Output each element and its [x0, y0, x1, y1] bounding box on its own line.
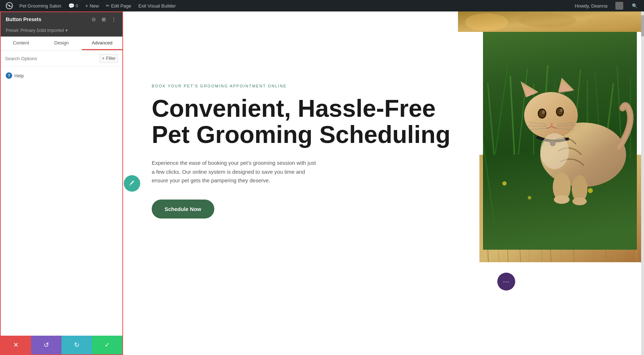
svg-point-3 — [465, 13, 508, 31]
panel-header: Button Presets ⊙ ⊞ ⋮ — [1, 12, 122, 27]
user-avatar[interactable] — [612, 0, 627, 11]
site-name[interactable]: Pet Grooming Salon — [16, 0, 65, 11]
avatar-image — [615, 2, 623, 10]
filter-plus-icon: + — [102, 56, 104, 61]
svg-point-5 — [587, 14, 637, 30]
hero-section: BOOK YOUR PET'S GROOMING APPOINTMENT ONL… — [123, 11, 644, 262]
svg-point-24 — [588, 188, 593, 193]
svg-point-35 — [539, 110, 545, 117]
new-content-button[interactable]: + New — [82, 0, 102, 11]
redo-icon: ↻ — [74, 341, 79, 349]
user-greeting[interactable]: Howdy, Deanna — [572, 0, 610, 11]
preset-dropdown-icon: ▾ — [65, 28, 68, 33]
exit-visual-builder-button[interactable]: Exit Visual Builder — [135, 0, 180, 11]
schedule-now-button[interactable]: Schedule Now — [152, 200, 214, 219]
panel-tabs: Content Design Advanced — [1, 37, 122, 51]
admin-bar: Pet Grooming Salon 💬 0 + New ✏ Edit Page… — [0, 0, 644, 11]
search-button[interactable]: 🔍 — [628, 0, 641, 11]
floating-action-button[interactable]: ··· — [497, 273, 515, 291]
panel-bottom-bar: ✕ ↺ ↻ ✓ — [1, 336, 122, 354]
tab-advanced[interactable]: Advanced — [82, 37, 122, 50]
svg-point-22 — [502, 181, 507, 186]
help-link[interactable]: ? Help — [1, 67, 122, 85]
wp-logo[interactable] — [3, 0, 16, 11]
hero-left-column: BOOK YOUR PET'S GROOMING APPOINTMENT ONL… — [123, 11, 479, 262]
help-icon: ? — [6, 72, 12, 79]
search-options-input[interactable] — [5, 56, 97, 61]
svg-point-26 — [524, 92, 578, 139]
cancel-button[interactable]: ✕ — [1, 336, 31, 354]
redo-button[interactable]: ↻ — [62, 336, 92, 354]
hero-title: Convenient, Hassle-Free Pet Grooming Sch… — [152, 95, 458, 148]
button-presets-panel: Button Presets ⊙ ⊞ ⋮ Preset: Primary Sol… — [0, 11, 123, 355]
svg-point-23 — [528, 196, 531, 200]
page-scrollbar[interactable] — [641, 11, 644, 355]
more-options-icon[interactable]: ⋮ — [110, 16, 117, 23]
svg-point-49 — [572, 197, 587, 205]
hero-subtitle: BOOK YOUR PET'S GROOMING APPOINTMENT ONL… — [152, 84, 458, 88]
edit-page-link[interactable]: ✏ Edit Page — [102, 0, 135, 11]
page-background: BOOK YOUR PET'S GROOMING APPOINTMENT ONL… — [123, 11, 644, 355]
main-content-area: BOOK YOUR PET'S GROOMING APPOINTMENT ONL… — [123, 11, 644, 355]
svg-point-4 — [519, 13, 576, 28]
dots-icon: ··· — [503, 278, 509, 286]
svg-point-1 — [9, 5, 10, 6]
options-search: + Filter — [1, 51, 122, 67]
columns-icon[interactable]: ⊞ — [100, 16, 107, 23]
tab-design[interactable]: Design — [41, 37, 82, 50]
panel-header-icons: ⊙ ⊞ ⋮ — [90, 16, 117, 23]
svg-point-48 — [554, 195, 570, 204]
svg-point-36 — [557, 108, 563, 115]
preset-label: Preset: Primary Solid imported — [6, 28, 64, 33]
cancel-icon: ✕ — [13, 341, 19, 349]
admin-bar-right: Howdy, Deanna 🔍 — [572, 0, 641, 11]
save-icon: ✓ — [104, 341, 110, 349]
scrollbar-thumb[interactable] — [641, 15, 644, 37]
top-image-strip — [458, 11, 644, 32]
hero-right-column — [479, 11, 644, 262]
save-button[interactable]: ✓ — [92, 336, 122, 354]
plus-icon: + — [85, 3, 88, 9]
filter-button[interactable]: + Filter — [99, 54, 118, 63]
undo-button[interactable]: ↺ — [31, 336, 62, 354]
hero-description: Experience the ease of booking your pet'… — [152, 159, 316, 185]
search-icon: 🔍 — [632, 3, 638, 9]
preset-selector[interactable]: Preset: Primary Solid imported ▾ — [1, 27, 122, 37]
comment-icon: 💬 — [68, 3, 74, 9]
undo-icon: ↺ — [44, 341, 49, 349]
divi-handle-icon[interactable] — [124, 175, 140, 192]
svg-point-50 — [540, 133, 569, 169]
focus-icon[interactable]: ⊙ — [90, 16, 97, 23]
comments-link[interactable]: 💬 0 — [65, 0, 82, 11]
panel-title: Button Presets — [6, 16, 42, 22]
divi-pen-icon — [128, 180, 136, 187]
tab-content[interactable]: Content — [1, 37, 41, 50]
cat-photo-main — [483, 11, 637, 250]
edit-icon: ✏ — [106, 3, 109, 8]
